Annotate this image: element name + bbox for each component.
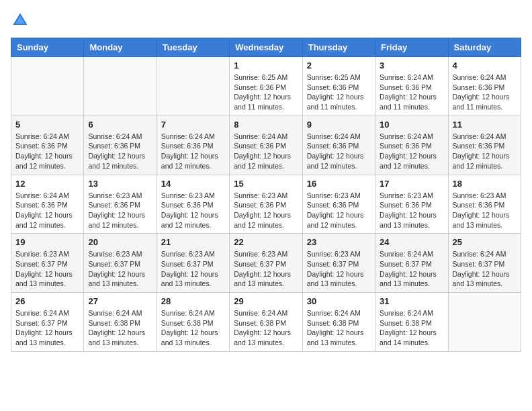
calendar-cell: 1Sunrise: 6:25 AM Sunset: 6:36 PM Daylig… [230,57,302,116]
day-number: 31 [380,296,443,306]
calendar-cell: 2Sunrise: 6:25 AM Sunset: 6:36 PM Daylig… [302,57,375,116]
day-number: 22 [234,237,298,247]
day-info: Sunrise: 6:23 AM Sunset: 6:37 PM Dayligh… [88,249,152,289]
day-info: Sunrise: 6:24 AM Sunset: 6:36 PM Dayligh… [234,132,298,171]
calendar-cell: 18Sunrise: 6:23 AM Sunset: 6:36 PM Dayli… [448,175,521,234]
day-number: 18 [453,179,517,189]
calendar-week-3: 12Sunrise: 6:24 AM Sunset: 6:36 PM Dayli… [11,175,521,234]
day-info: Sunrise: 6:24 AM Sunset: 6:37 PM Dayligh… [453,249,517,289]
calendar-header-wednesday: Wednesday [230,38,302,57]
calendar-week-1: 1Sunrise: 6:25 AM Sunset: 6:36 PM Daylig… [11,57,521,116]
calendar-cell: 28Sunrise: 6:24 AM Sunset: 6:38 PM Dayli… [157,293,229,352]
day-info: Sunrise: 6:23 AM Sunset: 6:37 PM Dayligh… [307,249,371,289]
day-number: 3 [380,60,443,71]
calendar-cell: 23Sunrise: 6:23 AM Sunset: 6:37 PM Dayli… [302,234,375,293]
calendar-cell: 11Sunrise: 6:24 AM Sunset: 6:36 PM Dayli… [448,116,521,175]
day-info: Sunrise: 6:24 AM Sunset: 6:36 PM Dayligh… [161,132,225,171]
day-info: Sunrise: 6:24 AM Sunset: 6:36 PM Dayligh… [380,73,443,112]
day-number: 16 [307,179,371,189]
calendar-cell [157,57,229,116]
calendar-cell: 29Sunrise: 6:24 AM Sunset: 6:38 PM Dayli… [230,293,302,352]
logo [11,11,32,30]
calendar-cell: 26Sunrise: 6:24 AM Sunset: 6:37 PM Dayli… [11,293,84,352]
day-info: Sunrise: 6:24 AM Sunset: 6:37 PM Dayligh… [380,249,443,289]
calendar-header-tuesday: Tuesday [157,38,229,57]
calendar-cell: 9Sunrise: 6:24 AM Sunset: 6:36 PM Daylig… [302,116,375,175]
day-info: Sunrise: 6:24 AM Sunset: 6:38 PM Dayligh… [88,308,152,348]
day-number: 10 [380,120,443,130]
day-number: 26 [15,296,79,306]
calendar-cell: 16Sunrise: 6:23 AM Sunset: 6:36 PM Dayli… [302,175,375,234]
calendar-cell: 25Sunrise: 6:24 AM Sunset: 6:37 PM Dayli… [448,234,521,293]
day-number: 14 [161,179,225,189]
day-number: 5 [15,120,79,130]
day-info: Sunrise: 6:24 AM Sunset: 6:36 PM Dayligh… [15,191,79,230]
calendar-cell: 8Sunrise: 6:24 AM Sunset: 6:36 PM Daylig… [230,116,302,175]
calendar-cell: 5Sunrise: 6:24 AM Sunset: 6:36 PM Daylig… [11,116,84,175]
calendar-cell: 24Sunrise: 6:24 AM Sunset: 6:37 PM Dayli… [375,234,448,293]
day-info: Sunrise: 6:23 AM Sunset: 6:37 PM Dayligh… [161,249,225,289]
day-number: 21 [161,237,225,247]
day-number: 23 [307,237,371,247]
calendar-cell: 13Sunrise: 6:23 AM Sunset: 6:36 PM Dayli… [84,175,157,234]
page-header [11,11,521,30]
day-info: Sunrise: 6:24 AM Sunset: 6:36 PM Dayligh… [15,132,79,171]
day-info: Sunrise: 6:23 AM Sunset: 6:36 PM Dayligh… [234,191,298,230]
day-info: Sunrise: 6:24 AM Sunset: 6:36 PM Dayligh… [88,132,152,171]
calendar-cell: 19Sunrise: 6:23 AM Sunset: 6:37 PM Dayli… [11,234,84,293]
calendar-cell: 15Sunrise: 6:23 AM Sunset: 6:36 PM Dayli… [230,175,302,234]
day-info: Sunrise: 6:24 AM Sunset: 6:38 PM Dayligh… [234,308,298,348]
calendar-cell: 21Sunrise: 6:23 AM Sunset: 6:37 PM Dayli… [157,234,229,293]
day-info: Sunrise: 6:24 AM Sunset: 6:38 PM Dayligh… [307,308,371,348]
day-info: Sunrise: 6:24 AM Sunset: 6:38 PM Dayligh… [161,308,225,348]
day-number: 29 [234,296,298,306]
calendar-cell: 17Sunrise: 6:23 AM Sunset: 6:36 PM Dayli… [375,175,448,234]
day-info: Sunrise: 6:23 AM Sunset: 6:37 PM Dayligh… [234,249,298,289]
day-number: 30 [307,296,371,306]
calendar-cell: 22Sunrise: 6:23 AM Sunset: 6:37 PM Dayli… [230,234,302,293]
day-number: 11 [453,120,517,130]
day-info: Sunrise: 6:23 AM Sunset: 6:36 PM Dayligh… [453,191,517,230]
day-number: 27 [88,296,152,306]
day-info: Sunrise: 6:25 AM Sunset: 6:36 PM Dayligh… [307,73,371,112]
calendar-header-sunday: Sunday [11,38,84,57]
day-number: 25 [453,237,517,247]
day-info: Sunrise: 6:23 AM Sunset: 6:36 PM Dayligh… [380,191,443,230]
day-number: 13 [88,179,152,189]
logo-icon [11,11,30,30]
calendar-week-2: 5Sunrise: 6:24 AM Sunset: 6:36 PM Daylig… [11,116,521,175]
day-info: Sunrise: 6:24 AM Sunset: 6:36 PM Dayligh… [307,132,371,171]
day-number: 15 [234,179,298,189]
day-info: Sunrise: 6:23 AM Sunset: 6:36 PM Dayligh… [88,191,152,230]
calendar-cell: 20Sunrise: 6:23 AM Sunset: 6:37 PM Dayli… [84,234,157,293]
day-number: 6 [88,120,152,130]
day-number: 8 [234,120,298,130]
calendar-cell: 10Sunrise: 6:24 AM Sunset: 6:36 PM Dayli… [375,116,448,175]
day-info: Sunrise: 6:24 AM Sunset: 6:38 PM Dayligh… [380,308,443,348]
calendar-header-thursday: Thursday [302,38,375,57]
calendar-cell: 4Sunrise: 6:24 AM Sunset: 6:36 PM Daylig… [448,57,521,116]
day-number: 9 [307,120,371,130]
day-number: 4 [453,60,517,71]
day-number: 7 [161,120,225,130]
calendar-cell: 30Sunrise: 6:24 AM Sunset: 6:38 PM Dayli… [302,293,375,352]
day-info: Sunrise: 6:24 AM Sunset: 6:36 PM Dayligh… [453,132,517,171]
day-number: 24 [380,237,443,247]
calendar-cell [84,57,157,116]
calendar-cell: 12Sunrise: 6:24 AM Sunset: 6:36 PM Dayli… [11,175,84,234]
day-number: 20 [88,237,152,247]
day-info: Sunrise: 6:25 AM Sunset: 6:36 PM Dayligh… [234,73,298,112]
calendar-cell: 6Sunrise: 6:24 AM Sunset: 6:36 PM Daylig… [84,116,157,175]
day-info: Sunrise: 6:23 AM Sunset: 6:37 PM Dayligh… [15,249,79,289]
calendar-cell: 27Sunrise: 6:24 AM Sunset: 6:38 PM Dayli… [84,293,157,352]
calendar-cell: 7Sunrise: 6:24 AM Sunset: 6:36 PM Daylig… [157,116,229,175]
day-number: 28 [161,296,225,306]
day-number: 1 [234,60,298,71]
calendar-header-friday: Friday [375,38,448,57]
calendar-week-5: 26Sunrise: 6:24 AM Sunset: 6:37 PM Dayli… [11,293,521,352]
calendar-header-saturday: Saturday [448,38,521,57]
day-number: 17 [380,179,443,189]
day-number: 12 [15,179,79,189]
calendar-week-4: 19Sunrise: 6:23 AM Sunset: 6:37 PM Dayli… [11,234,521,293]
day-number: 2 [307,60,371,71]
